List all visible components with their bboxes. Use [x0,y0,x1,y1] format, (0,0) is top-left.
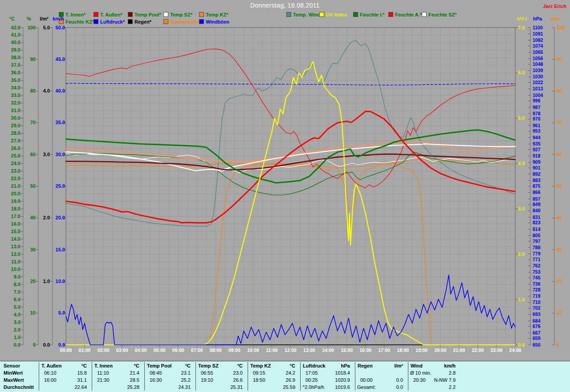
svg-text:0: 0 [33,342,36,348]
svg-text:909: 909 [533,159,541,165]
svg-text:80: 80 [557,88,562,93]
svg-text:10: 10 [557,310,562,315]
svg-text:21:00: 21:00 [453,348,465,353]
svg-text:659: 659 [533,335,541,341]
svg-text:45.0: 45.0 [56,57,65,62]
svg-text:7.0: 7.0 [518,25,525,30]
row-header: MinWert [4,370,23,376]
svg-text:100: 100 [557,25,565,30]
svg-text:40: 40 [30,215,36,220]
svg-text:866: 866 [533,190,541,195]
cell-value: 1018.4 [314,370,350,376]
sensor-unit: °C [269,363,295,369]
svg-text:12:00: 12:00 [285,348,297,353]
svg-text:24:00: 24:00 [509,348,521,353]
svg-text:30: 30 [557,247,562,252]
svg-text:650: 650 [533,342,541,348]
svg-text:771: 771 [533,257,541,262]
svg-text:0.0: 0.0 [14,342,20,348]
axis-min: 1009080706050403020100min [551,16,565,348]
svg-text:849: 849 [533,202,541,207]
axis-header-pct: % [27,16,31,21]
svg-text:883: 883 [533,178,541,183]
svg-text:22.0: 22.0 [11,176,20,181]
svg-text:702: 702 [533,305,541,311]
svg-text:40.0: 40.0 [56,88,65,93]
svg-text:32.0: 32.0 [11,100,20,105]
svg-text:13.0: 13.0 [11,244,20,249]
svg-text:961: 961 [533,123,541,128]
svg-text:831: 831 [533,214,541,220]
svg-text:1013: 1013 [533,86,543,91]
svg-text:38.0: 38.0 [11,55,20,60]
axis-uv: 7.06.05.04.03.02.01.00.0UV-I [515,16,527,348]
weather-app-screen: Donnerstag, 18.08.2011 Jarz Erich T. Inn… [0,0,570,392]
svg-text:18.0: 18.0 [11,206,20,211]
svg-text:30: 30 [30,247,36,252]
svg-text:0: 0 [557,342,559,348]
svg-text:875: 875 [533,183,541,189]
svg-text:857: 857 [533,196,541,202]
svg-text:30.0: 30.0 [11,115,20,121]
svg-text:15.0: 15.0 [11,229,20,234]
cell-value: 2.8 [420,370,456,376]
svg-text:1100: 1100 [533,25,543,30]
svg-text:788: 788 [533,245,541,250]
svg-text:1048: 1048 [533,61,543,67]
svg-text:42.0: 42.0 [11,25,20,30]
svg-text:19.0: 19.0 [11,198,20,204]
sensor-name: T. Innen [94,363,113,369]
cell-value: 24.31 [155,384,191,390]
svg-text:970: 970 [533,116,541,121]
svg-text:1.0: 1.0 [43,279,50,284]
sensor-name: Wind [411,363,423,369]
sensor-name: Temp SZ [198,363,219,369]
table-divider [408,362,408,391]
svg-text:2.0: 2.0 [518,251,525,257]
svg-text:823: 823 [533,220,541,225]
svg-text:5.0: 5.0 [58,310,65,315]
cell-value: 25.2 [155,377,191,383]
grid-lines [66,28,515,345]
svg-text:39.0: 39.0 [11,47,20,53]
sensor-unit: °C [216,363,243,369]
svg-text:35.0: 35.0 [56,120,65,125]
svg-text:2.0: 2.0 [43,215,50,220]
cell-value: 23.0 [207,370,243,376]
cell-value: 28.5 [104,377,139,383]
svg-text:3.0: 3.0 [43,152,50,157]
cell-value: 21.4 [104,370,139,376]
axis-header-min: min [551,16,560,21]
svg-text:1.0: 1.0 [518,297,525,302]
svg-text:36.0: 36.0 [11,70,20,75]
svg-text:27.0: 27.0 [11,138,20,143]
svg-text:1039: 1039 [533,68,543,73]
svg-text:14:00: 14:00 [322,348,334,353]
cell-value: 26.9 [260,377,295,383]
svg-text:10.0: 10.0 [11,267,20,272]
svg-text:6.0: 6.0 [14,297,20,302]
svg-text:16.0: 16.0 [11,221,20,226]
svg-text:37.0: 37.0 [11,62,20,68]
svg-text:08:00: 08:00 [210,348,222,353]
cell-value: N-NW 7.9 [420,377,456,383]
row-header: Durchschnitt [4,384,34,390]
sensor-unit: l/m² [376,363,403,369]
axis-hpa: 1100109110821074106510561048103910301022… [528,16,543,348]
table-divider [92,362,92,391]
svg-text:10.0: 10.0 [56,279,65,284]
sensor-unit: °C [113,363,139,369]
cell-value: 0.0 [367,377,403,383]
svg-text:14.0: 14.0 [11,236,20,242]
cell-value: 25.28 [104,384,139,390]
table-divider [195,362,196,391]
svg-text:41.0: 41.0 [11,32,20,37]
svg-text:840: 840 [533,208,541,213]
svg-text:901: 901 [533,165,541,170]
svg-text:04:00: 04:00 [135,348,147,353]
svg-text:40.0: 40.0 [11,40,20,45]
sensor-name: Temp KZ [250,363,271,369]
svg-text:50: 50 [557,183,562,189]
table-divider [300,362,301,391]
cell-value: 31.1 [51,377,87,383]
